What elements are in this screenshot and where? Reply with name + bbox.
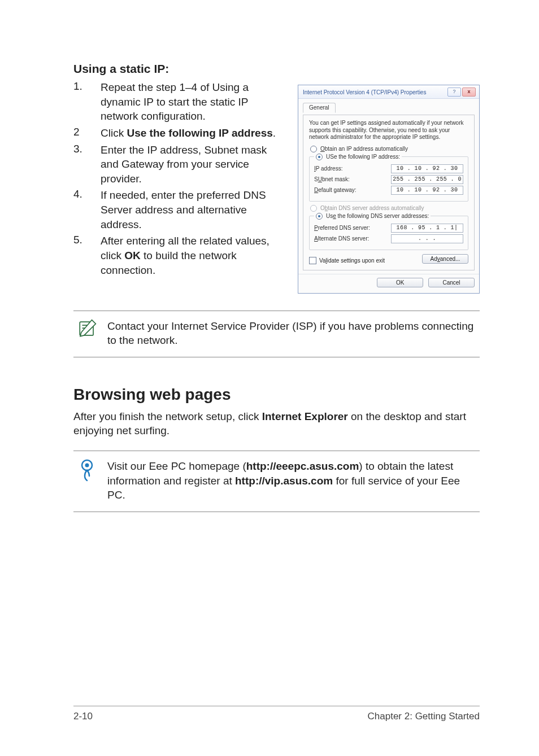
note2-pre: Visit our Eee PC homepage ( [107,460,246,472]
step-num: 4. [73,188,101,200]
tab-general[interactable]: General [303,103,336,113]
group-ip-settings: USe the following IP address: IP address… [309,154,468,202]
radio-use-following-dns[interactable]: Use the following DNS server addresses: [326,213,429,219]
cancel-button[interactable]: Cancel [428,278,475,287]
section-title-static-ip: Using a static IP: [73,62,480,76]
group-dns-settings: Use the following DNS server addresses: … [309,213,468,250]
note2-url2: http://vip.asus.com [235,475,333,487]
step-num: 5. [73,234,101,246]
note2-url1: http://eeepc.asus.com [246,460,359,472]
browsing-body: After you finish the network setup, clic… [73,409,480,438]
page-footer: 2-10 Chapter 2: Getting Started [73,706,480,722]
tab-panel-general: You can get IP settings assigned automat… [303,115,475,270]
step-text-bold: OK [124,250,141,261]
step-text: Repeat the step 1–4 of Using a dynamic I… [101,80,285,124]
radio-use-following-ip[interactable]: USe the following IP address: [326,154,400,160]
preferred-dns-input[interactable]: 168 . 95 . 1 . 1| [391,224,463,233]
validate-on-exit-checkbox[interactable]: Validate settings upon exit [309,257,385,264]
radio-obtain-dns-auto: Obtain DNS server address automatically [310,205,468,212]
radio-obtain-ip-auto[interactable]: Obtain an IP address automatically [310,146,468,152]
subnet-mask-input[interactable]: 255 . 255 . 255 . 0 [391,175,463,184]
checkbox-icon [309,257,316,264]
ip-address-input[interactable]: 10 . 10 . 92 . 30 [391,164,463,173]
note-message: Visit our Eee PC homepage (http://eeepc.… [107,459,477,502]
tip-icon [76,459,98,482]
dialog-description: You can get IP settings assigned automat… [309,120,468,141]
browsing-body-bold: Internet Explorer [262,410,348,422]
radio-label: Obtain DNS server address automatically [320,205,424,211]
radio-icon [310,205,317,212]
step-num: 2 [73,126,101,138]
default-gateway-label: Default gateway: [314,187,357,193]
ip-address-label: IP address: [314,165,342,172]
radio-icon [310,146,317,152]
advanced-button[interactable]: Advanced... [422,254,468,264]
step-text: After entering all the related values, c… [101,234,285,277]
subnet-mask-label: SUbnet mask: [314,176,350,182]
radio-icon [316,154,323,160]
step-1: 1. Repeat the step 1–4 of Using a dynami… [73,80,285,124]
step-text-bold: Use the following IP address [127,127,272,139]
note-message: Contact your Internet Service Provider (… [107,319,477,348]
dialog-tabs: General [303,102,475,112]
checkbox-label: Validate settings upon exit [319,257,385,264]
steps-list: 1. Repeat the step 1–4 of Using a dynami… [73,80,285,277]
step-text: If needed, enter the preferred DNS Serve… [101,188,285,231]
ok-button[interactable]: OK [377,278,423,287]
pencil-note-icon [76,319,98,338]
step-text-post: . [273,127,276,139]
dialog-title: Internet Protocol Version 4 (TCP/IPv4) P… [303,89,426,95]
alternate-dns-input[interactable]: . . . [391,234,463,243]
dialog-titlebar: Internet Protocol Version 4 (TCP/IPv4) P… [298,85,479,99]
step-num: 3. [73,143,101,155]
step-3: 3. Enter the IP address, Subnet mask and… [73,143,285,186]
step-2: 2 Click Use the following IP address. [73,126,285,141]
svg-point-6 [85,464,89,467]
tcpip-properties-dialog: Internet Protocol Version 4 (TCP/IPv4) P… [298,85,480,294]
preferred-dns-label: Preferred DNS server: [314,225,370,231]
alternate-dns-label: Alternate DNS server: [314,235,369,242]
note-contact-isp: Contact your Internet Service Provider (… [73,311,480,357]
step-text-pre: Click [101,127,127,139]
note-eee-pc-homepage: Visit our Eee PC homepage (http://eeepc.… [73,451,480,512]
radio-icon [316,213,323,220]
chapter-title: Chapter 2: Getting Started [368,711,480,722]
step-4: 4. If needed, enter the preferred DNS Se… [73,188,285,231]
page-number: 2-10 [73,711,93,722]
help-button[interactable]: ? [447,88,461,97]
radio-label: Obtain an IP address automatically [320,146,408,152]
step-text: Enter the IP address, Subnet mask and Ga… [101,143,285,186]
close-button[interactable]: x [462,88,476,97]
default-gateway-input[interactable]: 10 . 10 . 92 . 30 [391,186,463,195]
browsing-body-pre: After you finish the network setup, clic… [73,410,262,422]
section-title-browsing: Browsing web pages [73,386,480,404]
step-num: 1. [73,80,101,93]
step-5: 5. After entering all the related values… [73,234,285,277]
dialog-footer: OK Cancel [298,274,479,293]
step-text: Click Use the following IP address. [101,126,276,141]
